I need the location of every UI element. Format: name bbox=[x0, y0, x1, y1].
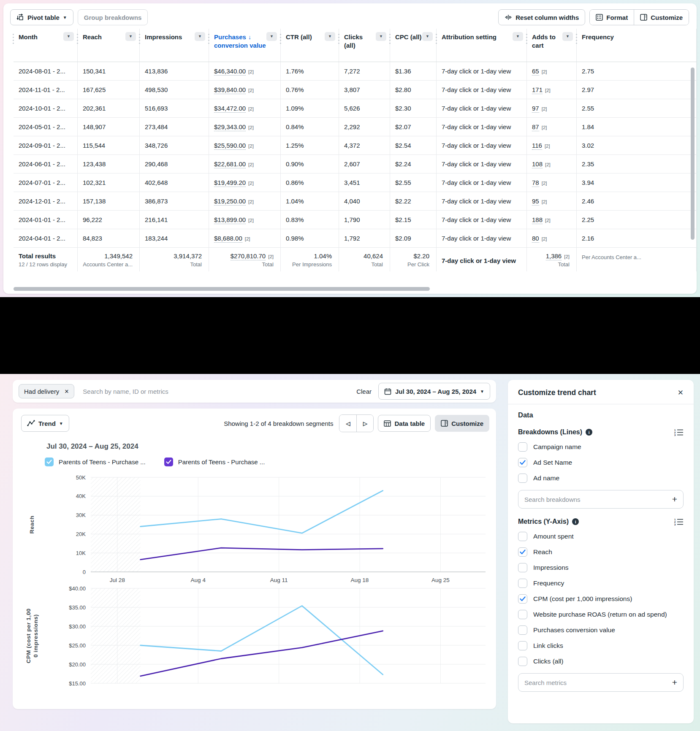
customize-trend-button[interactable]: Customize bbox=[435, 415, 489, 432]
metric-option-frequency[interactable]: Frequency bbox=[518, 579, 684, 588]
add-breakdown-icon[interactable]: + bbox=[672, 494, 677, 504]
horizontal-scrollbar[interactable] bbox=[14, 287, 430, 291]
reset-column-widths-button[interactable]: Reset column widths bbox=[498, 9, 585, 25]
metric-value[interactable]: $29,343.00 bbox=[214, 123, 246, 131]
info-icon[interactable]: i bbox=[572, 518, 579, 525]
column-menu-button[interactable]: ▼ bbox=[125, 32, 136, 41]
checkbox-unchecked[interactable] bbox=[518, 563, 527, 572]
column-menu-button[interactable]: ▼ bbox=[195, 32, 205, 41]
metric-value[interactable]: $22,681.00 bbox=[214, 160, 246, 168]
column-menu-button[interactable]: ▼ bbox=[63, 32, 74, 41]
trend-view-button[interactable]: Trend ▼ bbox=[21, 415, 69, 432]
metric-value[interactable]: 171 bbox=[532, 86, 543, 94]
metric-option-reach[interactable]: Reach bbox=[518, 547, 684, 557]
column-menu-button[interactable]: ▼ bbox=[325, 32, 335, 41]
add-metric-icon[interactable]: + bbox=[672, 677, 677, 688]
table-row[interactable]: 2024-08-01 - 2...150,341413,836$46,340.0… bbox=[14, 62, 697, 81]
column-menu-button[interactable]: ▼ bbox=[513, 32, 523, 41]
column-header-ctr-all-[interactable]: CTR (all)▼ bbox=[281, 29, 339, 62]
metric-value[interactable]: $13,899.00 bbox=[214, 216, 246, 224]
checkbox-checked[interactable] bbox=[518, 458, 527, 467]
metric-value[interactable]: $46,340.00 bbox=[214, 68, 246, 76]
checkbox-unchecked[interactable] bbox=[518, 579, 527, 588]
series-checkbox[interactable] bbox=[45, 458, 54, 466]
checkbox-unchecked[interactable] bbox=[518, 474, 527, 483]
column-menu-button[interactable]: ▼ bbox=[376, 32, 386, 41]
checkbox-checked[interactable] bbox=[518, 547, 527, 557]
metric-value[interactable]: $39,840.00 bbox=[214, 86, 246, 94]
table-row[interactable]: 2024-04-01 - 2...84,823183,244$8,688.00[… bbox=[14, 229, 697, 248]
ordered-list-icon[interactable]: 123 bbox=[674, 518, 684, 525]
info-icon[interactable]: i bbox=[586, 429, 592, 436]
metric-value[interactable]: $34,472.00 bbox=[214, 105, 246, 113]
metric-value[interactable]: 108 bbox=[532, 160, 543, 168]
search-breakdowns-input[interactable] bbox=[524, 496, 672, 503]
column-header-purchases-conversion-value[interactable]: Purchases↓ conversion value▼ bbox=[209, 29, 281, 62]
checkbox-unchecked[interactable] bbox=[518, 657, 527, 666]
checkbox-unchecked[interactable] bbox=[518, 532, 527, 541]
column-header-reach[interactable]: Reach▼ bbox=[78, 29, 140, 62]
metric-value[interactable]: 95 bbox=[532, 198, 539, 206]
customize-columns-button[interactable]: Customize bbox=[634, 10, 689, 25]
table-row[interactable]: 2024-11-01 - 2...167,625498,530$39,840.0… bbox=[14, 81, 697, 99]
series-checkbox[interactable] bbox=[164, 458, 173, 466]
metric-option-link-clicks[interactable]: Link clicks bbox=[518, 641, 684, 650]
table-row[interactable]: 2024-10-01 - 2...202,361516,693$34,472.0… bbox=[14, 99, 697, 118]
breakdown-option-campaign-name[interactable]: Campaign name bbox=[518, 442, 684, 452]
breakdown-option-ad-name[interactable]: Ad name bbox=[518, 474, 684, 483]
column-menu-button[interactable]: ▼ bbox=[266, 32, 277, 41]
drag-handle-icon[interactable] bbox=[436, 34, 437, 35]
total-value[interactable]: 1,386 bbox=[546, 252, 562, 260]
column-menu-button[interactable]: ▼ bbox=[562, 32, 573, 41]
remove-filter-icon[interactable]: ✕ bbox=[64, 388, 69, 395]
metric-value[interactable]: 65 bbox=[532, 68, 539, 76]
group-breakdowns-button[interactable]: Group breakdowns bbox=[78, 9, 148, 25]
data-table-button[interactable]: Data table bbox=[378, 415, 431, 432]
table-row[interactable]: 2024-05-01 - 2...148,907273,484$29,343.0… bbox=[14, 118, 697, 136]
checkbox-unchecked[interactable] bbox=[518, 641, 527, 650]
metric-value[interactable]: 78 bbox=[532, 179, 539, 187]
column-header-adds-to-cart[interactable]: Adds to cart▼ bbox=[527, 29, 577, 62]
table-row[interactable]: 2024-06-01 - 2...123,438290,468$22,681.0… bbox=[14, 155, 697, 173]
metric-value[interactable]: 116 bbox=[532, 142, 542, 150]
metric-value[interactable]: $19,250.00 bbox=[214, 198, 246, 206]
ordered-list-icon[interactable]: 123 bbox=[674, 428, 684, 436]
breakdown-option-ad-set-name[interactable]: Ad Set Name bbox=[518, 458, 684, 467]
drag-handle-icon[interactable] bbox=[338, 34, 339, 35]
metric-value[interactable]: 188 bbox=[532, 216, 543, 224]
drag-handle-icon[interactable] bbox=[208, 34, 209, 35]
metric-option-impressions[interactable]: Impressions bbox=[518, 563, 684, 572]
search-metrics-input[interactable] bbox=[524, 679, 672, 686]
pivot-table-button[interactable]: Pivot table ▼ bbox=[10, 9, 73, 25]
column-menu-button[interactable]: ▼ bbox=[422, 32, 433, 41]
table-row[interactable]: 2024-01-01 - 2...96,222216,141$13,899.00… bbox=[14, 211, 697, 229]
column-header-frequency[interactable]: Frequency bbox=[577, 29, 697, 62]
metric-value[interactable]: 87 bbox=[532, 123, 539, 131]
column-header-impressions[interactable]: Impressions▼ bbox=[140, 29, 209, 62]
column-header-attribution-setting[interactable]: Attribution setting▼ bbox=[437, 29, 527, 62]
checkbox-checked[interactable] bbox=[518, 594, 527, 604]
checkbox-unchecked[interactable] bbox=[518, 625, 527, 635]
previous-segment-button[interactable]: ◁ bbox=[339, 415, 356, 432]
drag-handle-icon[interactable] bbox=[77, 34, 78, 35]
metric-value[interactable]: $25,590.00 bbox=[214, 142, 246, 150]
table-row[interactable]: 2024-09-01 - 2...115,544348,726$25,590.0… bbox=[14, 136, 697, 155]
total-value[interactable]: $270,810.70 bbox=[231, 252, 266, 260]
metric-value[interactable]: $8,688.00 bbox=[214, 235, 242, 243]
drag-handle-icon[interactable] bbox=[389, 34, 391, 35]
metric-option-amount-spent[interactable]: Amount spent bbox=[518, 532, 684, 541]
table-row[interactable]: 2024-12-01 - 2...157,138386,873$19,250.0… bbox=[14, 192, 697, 211]
column-header-clicks-all-[interactable]: Clicks (all)▼ bbox=[339, 29, 390, 62]
had-delivery-filter-chip[interactable]: Had delivery ✕ bbox=[19, 384, 74, 398]
clear-filters-button[interactable]: Clear bbox=[356, 388, 372, 395]
metric-value[interactable]: $19,499.20 bbox=[214, 179, 246, 187]
metric-option-purchases-conversion-value[interactable]: Purchases conversion value bbox=[518, 625, 684, 635]
drag-handle-icon[interactable] bbox=[526, 34, 527, 35]
format-button[interactable]: Format bbox=[590, 10, 634, 25]
checkbox-unchecked[interactable] bbox=[518, 610, 527, 619]
metric-value[interactable]: 97 bbox=[532, 105, 539, 113]
metric-option-clicks-all-[interactable]: Clicks (all) bbox=[518, 657, 684, 666]
next-segment-button[interactable]: ▷ bbox=[356, 415, 373, 432]
metric-option-website-purchase-roas-return-on-ad-spend-[interactable]: Website purchase ROAS (return on ad spen… bbox=[518, 610, 684, 619]
column-header-month[interactable]: Month▼ bbox=[14, 29, 78, 62]
